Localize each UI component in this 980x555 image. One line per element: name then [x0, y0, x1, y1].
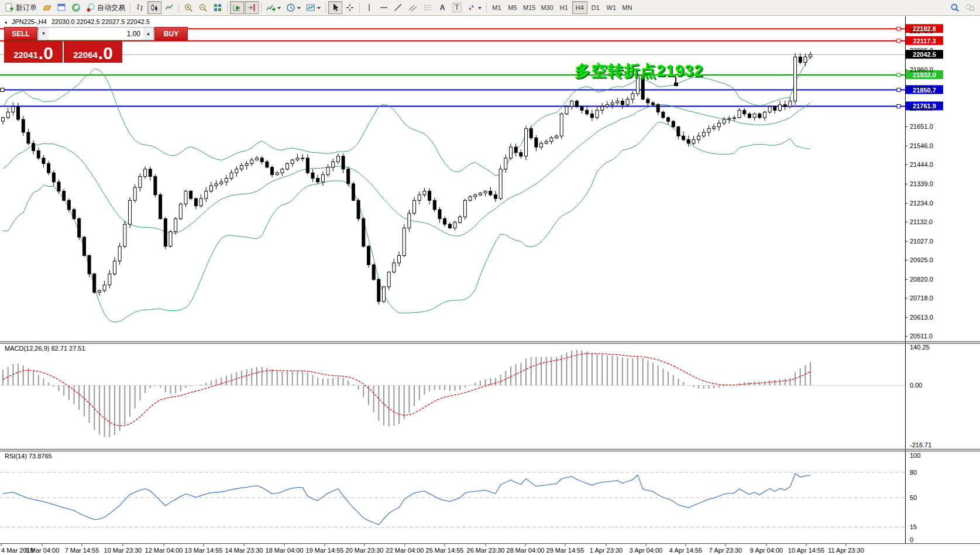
periods-button[interactable]	[284, 1, 303, 14]
new-order-label: 新订单	[16, 3, 37, 13]
crosshair-button[interactable]	[343, 1, 357, 14]
fibonacci-button[interactable]	[421, 1, 435, 14]
auto-scroll-icon	[232, 3, 242, 12]
svg-text:140.25: 140.25	[910, 344, 930, 351]
vertical-line-icon	[365, 3, 374, 12]
autotrading-button[interactable]: 自动交易	[84, 1, 128, 14]
chart-annotation-text[interactable]: 多空转折点21932	[575, 60, 703, 81]
candlestick-button[interactable]	[147, 1, 161, 14]
bar-chart-button[interactable]	[133, 1, 147, 14]
volume-increase-button[interactable]: ▲	[143, 28, 153, 40]
autotrading-label: 自动交易	[97, 3, 125, 13]
svg-text:22 Mar 04:00: 22 Mar 04:00	[386, 547, 424, 554]
svg-text:22182.8: 22182.8	[913, 25, 936, 32]
svg-text:19 Mar 14:55: 19 Mar 14:55	[306, 547, 344, 554]
toolbar-separator	[178, 2, 179, 13]
auto-scroll-button[interactable]	[230, 1, 244, 14]
sell-button[interactable]: SELL	[4, 27, 37, 40]
chart-canvas[interactable]: 22170.022065.021960.021855.021750.021651…	[0, 0, 980, 555]
channel-button[interactable]	[406, 1, 420, 14]
zoom-out-button[interactable]	[196, 1, 210, 14]
chart-shift-button[interactable]	[245, 1, 259, 14]
new-order-button[interactable]: 新订单	[2, 1, 39, 14]
zoom-in-icon	[184, 3, 193, 12]
svg-text:20925.0: 20925.0	[910, 256, 933, 263]
horizontal-line-button[interactable]	[377, 1, 391, 14]
chart-shift-icon	[247, 3, 256, 12]
svg-text:7 Mar 14:55: 7 Mar 14:55	[65, 547, 99, 554]
dropdown-caret-icon	[478, 7, 482, 11]
chat-button[interactable]	[962, 1, 978, 14]
volume-stepper: ▼ ▲	[38, 27, 154, 40]
dropdown-caret-icon	[317, 7, 321, 11]
vertical-line-button[interactable]	[362, 1, 376, 14]
volume-decrease-button[interactable]: ▼	[39, 28, 49, 40]
templates-button[interactable]	[304, 1, 323, 14]
zoom-in-button[interactable]	[181, 1, 195, 14]
timeframe-m30-button[interactable]: M30	[538, 1, 555, 14]
sell-price[interactable]: 22041 .0	[4, 41, 63, 63]
cursor-icon	[331, 3, 340, 12]
trendline-button[interactable]	[391, 1, 405, 14]
new-order-icon	[5, 3, 14, 12]
svg-text:22117.3: 22117.3	[913, 37, 936, 44]
market-watch-button[interactable]	[54, 1, 68, 14]
svg-text:15: 15	[910, 523, 917, 530]
svg-text:100: 100	[910, 452, 920, 459]
toolbar-separator	[486, 2, 487, 13]
timeframe-m15-button[interactable]: M15	[521, 1, 538, 14]
market-watch-icon	[57, 3, 66, 12]
timeframe-m5-button[interactable]: M5	[505, 1, 520, 14]
text-label-button[interactable]: T	[450, 1, 464, 14]
svg-text:6 Mar 04:00: 6 Mar 04:00	[25, 547, 60, 554]
search-icon	[950, 3, 960, 12]
indicators-button[interactable]	[264, 1, 283, 14]
timeframe-w1-button[interactable]: W1	[604, 1, 619, 14]
svg-text:22042.5: 22042.5	[913, 51, 936, 58]
svg-text:21850.7: 21850.7	[913, 87, 936, 94]
toolbar-separator	[227, 2, 228, 13]
tile-windows-button[interactable]	[211, 1, 225, 14]
svg-text:20 Mar 23:30: 20 Mar 23:30	[346, 547, 384, 554]
svg-text:21932.0: 21932.0	[913, 71, 936, 78]
timeframe-d1-button[interactable]: D1	[588, 1, 603, 14]
volume-input[interactable]	[49, 28, 143, 40]
trendline-icon	[394, 3, 403, 12]
svg-text:3 Apr 04:00: 3 Apr 04:00	[630, 547, 662, 554]
svg-text:21651.0: 21651.0	[910, 123, 933, 130]
buy-price-fraction: .0	[98, 44, 113, 62]
timeframe-h1-button[interactable]: H1	[556, 1, 572, 14]
svg-text:1 Apr 23:30: 1 Apr 23:30	[590, 547, 623, 554]
svg-text:4 Apr 14:55: 4 Apr 14:55	[669, 547, 702, 554]
svg-text:26 Mar 23:30: 26 Mar 23:30	[467, 547, 505, 554]
svg-text:13 Mar 14:55: 13 Mar 14:55	[185, 547, 223, 554]
text-button[interactable]: A	[435, 1, 449, 14]
buy-price[interactable]: 22064 .0	[64, 41, 122, 63]
mt4-window: 新订单 自动交易	[0, 0, 980, 555]
collapse-icon[interactable]: ▴	[5, 19, 7, 25]
profiles-button[interactable]	[40, 1, 54, 14]
buy-button[interactable]: BUY	[154, 27, 188, 40]
timeframe-m1-button[interactable]: M1	[489, 1, 504, 14]
svg-text:-216.71: -216.71	[910, 441, 931, 448]
cursor-button[interactable]	[328, 1, 342, 14]
timeframe-h4-button[interactable]: H4	[572, 1, 587, 14]
text-label-icon: T	[453, 3, 460, 12]
svg-text:11 Apr 23:30: 11 Apr 23:30	[828, 547, 864, 554]
svg-text:20511.0: 20511.0	[910, 333, 933, 340]
svg-text:21234.0: 21234.0	[910, 200, 933, 207]
data-window-button[interactable]	[69, 1, 83, 14]
svg-text:80: 80	[910, 469, 917, 476]
svg-text:9 Apr 04:00: 9 Apr 04:00	[750, 547, 783, 554]
rsi-label: RSI(14) 73.8765	[5, 453, 52, 460]
line-chart-button[interactable]	[162, 1, 176, 14]
timeframe-mn-button[interactable]: MN	[620, 1, 635, 14]
arrows-button[interactable]	[465, 1, 484, 14]
svg-text:18 Mar 04:00: 18 Mar 04:00	[266, 547, 304, 554]
one-click-trading-panel: SELL ▼ ▲ BUY 22041 .0 22064 .0	[4, 27, 122, 63]
search-button[interactable]	[948, 1, 962, 14]
horizontal-line-icon	[379, 3, 388, 12]
svg-text:14 Mar 23:30: 14 Mar 23:30	[225, 547, 263, 554]
channel-icon	[408, 3, 418, 12]
toolbar-separator	[359, 2, 360, 13]
